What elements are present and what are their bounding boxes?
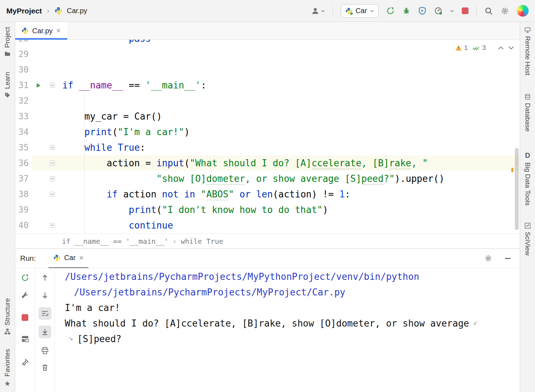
editor-scrollbar-thumb[interactable] (515, 148, 519, 230)
code-token: '__main__' (145, 80, 201, 91)
rerun-icon[interactable] (21, 274, 29, 282)
arrow-down-icon[interactable] (41, 292, 49, 299)
code-text[interactable]: if __name__ == '__main__': (59, 77, 520, 93)
scroll-to-end-icon[interactable] (39, 325, 51, 338)
tool-button-structure[interactable]: Structure (4, 298, 11, 335)
tool-button-big-data-tools[interactable]: D Big Data Tools (524, 151, 531, 206)
code-text[interactable]: continue (59, 218, 520, 233)
code-text[interactable]: my_car = Car() (59, 109, 520, 124)
rerun-icon[interactable] (386, 7, 395, 15)
code-token: ( (112, 127, 118, 137)
tool-button-database[interactable]: Database (524, 94, 531, 132)
line-number[interactable]: 35 (15, 140, 32, 155)
scrollbar-error-stripe[interactable] (511, 168, 513, 172)
close-tab-icon[interactable]: × (56, 27, 61, 35)
line-number[interactable]: 32 (15, 93, 32, 109)
search-icon[interactable] (484, 7, 493, 15)
line-number[interactable]: 38 (15, 186, 32, 202)
line-number[interactable]: 33 (15, 109, 32, 124)
line-number[interactable]: 37 (15, 171, 32, 186)
breadcrumb-item[interactable]: while True (181, 237, 223, 246)
console-text: /Users/jetbrains/PycharmProjects/MyPytho… (65, 269, 419, 284)
code-text[interactable] (59, 62, 520, 77)
database-icon (524, 94, 531, 100)
fold-marker-icon[interactable] (45, 77, 59, 93)
run-tool-window: Run: Car × (15, 248, 520, 392)
fold-marker-icon[interactable] (45, 186, 59, 202)
line-body (32, 62, 520, 77)
code-editor[interactable]: 28pass293031if __name__ == '__main__':32… (15, 40, 520, 234)
code-text[interactable]: action = input("What should I do? [A]cce… (59, 155, 520, 171)
code-line: 31if __name__ == '__main__': (15, 77, 520, 93)
user-menu[interactable] (311, 7, 325, 15)
run-tab-car[interactable]: Car × (48, 249, 88, 268)
coverage-icon[interactable] (418, 7, 426, 15)
chevron-down-icon[interactable] (450, 10, 454, 12)
pycharm-logo[interactable] (517, 5, 529, 17)
code-token: 1 (339, 189, 345, 200)
breadcrumb-file[interactable]: Car.py (67, 7, 87, 15)
clear-trash-icon[interactable] (41, 364, 49, 371)
sciview-icon (524, 223, 531, 229)
editor-tab-carpy[interactable]: Car.py × (15, 22, 67, 40)
tool-button-learn[interactable]: Learn (4, 72, 11, 98)
fold-marker-icon[interactable] (45, 155, 59, 171)
fold-marker-icon[interactable] (45, 218, 59, 233)
breadcrumb-item[interactable]: if __name__ == '__main__' (62, 237, 168, 246)
settings-gear-icon[interactable] (484, 254, 492, 262)
line-number[interactable]: 30 (15, 62, 32, 77)
code-text[interactable]: while True: (59, 140, 520, 155)
run-line-icon[interactable] (32, 77, 45, 93)
code-text[interactable]: if action not in "ABOS" or len(action) !… (59, 186, 520, 202)
tool-button-sciview[interactable]: SciView (524, 223, 531, 255)
gutter-spacer (32, 124, 45, 140)
profiler-icon[interactable] (434, 7, 442, 15)
arrow-up-icon[interactable] (41, 274, 49, 282)
inspections-widget[interactable]: 1 3 (455, 44, 514, 52)
code-text[interactable]: pass (59, 40, 520, 46)
settings-gear-icon[interactable] (501, 7, 509, 15)
restore-layout-icon[interactable] (21, 335, 29, 343)
prev-problem-icon[interactable] (498, 46, 504, 50)
debug-icon[interactable] (402, 7, 410, 15)
code-token: == (123, 80, 145, 91)
code-text[interactable] (59, 93, 520, 109)
python-file-icon (53, 254, 61, 261)
soft-wrap-icon[interactable] (39, 307, 51, 320)
tool-button-project[interactable]: Project (4, 27, 11, 57)
code-line: 28pass (15, 40, 520, 46)
tool-button-favorites[interactable]: Favorites ★ (4, 349, 11, 388)
close-tab-icon[interactable]: × (79, 254, 84, 262)
code-text[interactable] (59, 46, 520, 62)
code-token: , or show average [S] (245, 173, 362, 184)
line-number[interactable]: 36 (15, 155, 32, 171)
line-number[interactable]: 28 (15, 40, 32, 46)
wrench-icon[interactable] (21, 292, 29, 299)
project-folder-icon (4, 51, 11, 57)
tool-button-remote-host[interactable]: Remote Host (524, 27, 531, 75)
line-number[interactable]: 31 (15, 77, 32, 93)
tool-button-label: Database (524, 103, 531, 132)
fold-marker-icon[interactable] (45, 171, 59, 186)
line-body: my_car = Car() (32, 109, 520, 124)
stop-icon[interactable] (22, 314, 28, 321)
line-number[interactable]: 29 (15, 46, 32, 62)
console[interactable]: /Users/jetbrains/PycharmProjects/MyPytho… (55, 268, 520, 392)
code-token: : (140, 142, 145, 153)
pin-icon[interactable] (21, 358, 29, 366)
code-line: 34print("I'm a car!") (15, 124, 520, 140)
breadcrumb-project[interactable]: MyProject (6, 7, 42, 15)
stop-icon[interactable] (462, 7, 468, 14)
code-token: in (184, 189, 195, 200)
code-text[interactable]: print("I'm a car!") (59, 124, 520, 140)
line-number[interactable]: 39 (15, 202, 32, 218)
line-number[interactable]: 34 (15, 124, 32, 140)
next-problem-icon[interactable] (508, 46, 514, 50)
code-text[interactable]: "show [O]dometer, or show average [S]pee… (59, 171, 520, 186)
line-number[interactable]: 40 (15, 218, 32, 233)
code-text[interactable]: print("I don't know how to do that") (59, 202, 520, 218)
run-config-selector[interactable]: Car (341, 4, 379, 18)
minimize-icon[interactable] (505, 258, 511, 259)
print-icon[interactable] (41, 347, 49, 354)
fold-marker-icon[interactable] (45, 140, 59, 155)
